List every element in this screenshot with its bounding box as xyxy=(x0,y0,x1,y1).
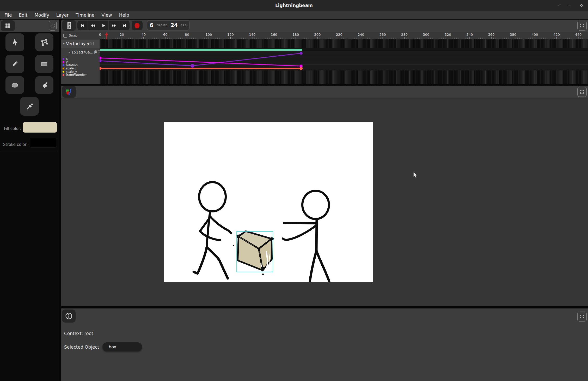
menu-item-file[interactable]: File xyxy=(3,12,13,18)
keyframe-dot-y[interactable] xyxy=(100,57,102,59)
canvas-area[interactable] xyxy=(61,98,588,306)
collapse-arrow-icon[interactable]: ▾ xyxy=(63,42,65,45)
fill-color-label: Fill color: xyxy=(4,126,21,131)
minimize-button[interactable] xyxy=(556,3,561,8)
ruler-label: 240 xyxy=(358,33,364,37)
frame-counter[interactable]: 6 FRAME 24 FPS xyxy=(147,20,190,31)
inspector-expand-button[interactable] xyxy=(577,312,587,322)
selected-object-label: Selected Object xyxy=(64,344,99,350)
timeline-tracks[interactable] xyxy=(100,39,588,84)
clip-extent-bar[interactable] xyxy=(100,49,302,51)
property-row-scale_y[interactable]: scale_y xyxy=(61,70,100,73)
menu-item-edit[interactable]: Edit xyxy=(18,12,28,18)
divider xyxy=(1,151,57,151)
stage[interactable] xyxy=(164,122,373,282)
tool-pencil-button[interactable] xyxy=(5,55,24,73)
film-strip-icon xyxy=(66,22,72,29)
frame-unit-label: FRAME xyxy=(156,24,168,27)
keyframe-dot-frameNumber[interactable] xyxy=(299,67,303,70)
tool-select-button[interactable] xyxy=(5,33,24,51)
keyframe-dot-x[interactable] xyxy=(100,59,102,62)
clip-track[interactable] xyxy=(100,48,588,51)
close-icon xyxy=(580,3,583,8)
keyframe-display-button[interactable]: ■ xyxy=(94,50,97,54)
grid-icon xyxy=(5,23,10,28)
tools-expand-button[interactable] xyxy=(49,21,57,31)
object-row[interactable]: ▾ 151ad70a... ■ ~ xyxy=(61,48,100,56)
menubar: FileEditModifyLayerTimelineViewHelp xyxy=(0,11,588,19)
ruler-label: 100 xyxy=(206,33,212,37)
stick-figure-left[interactable] xyxy=(194,182,231,278)
skip-to-end-button[interactable] xyxy=(119,21,130,30)
tools-panel: Fill color: Stroke color: xyxy=(0,32,59,381)
canvas-expand-button[interactable] xyxy=(577,87,587,97)
keyframe-curves[interactable] xyxy=(100,51,588,70)
ruler-label: 260 xyxy=(379,33,386,37)
property-row-rotation[interactable]: rotation xyxy=(61,64,100,67)
ruler-label: 80 xyxy=(185,33,189,37)
ruler-label: 400 xyxy=(532,33,538,37)
skip-to-end-icon xyxy=(122,23,127,28)
panel-grid-button[interactable] xyxy=(1,20,15,31)
stick-figure-right[interactable] xyxy=(283,191,329,281)
tool-paint-bucket-button[interactable] xyxy=(35,76,53,94)
play-icon xyxy=(101,23,106,28)
play-button[interactable] xyxy=(98,21,109,30)
selected-object-value: box xyxy=(109,344,116,349)
property-row-frameNumber[interactable]: frameNumber xyxy=(61,73,100,76)
collapse-arrow-icon[interactable]: ▾ xyxy=(69,51,70,54)
box-object[interactable] xyxy=(233,231,274,275)
layer-frames-band[interactable] xyxy=(100,39,588,48)
property-list: xyrotationscale_xscale_yframeNumber xyxy=(61,57,100,76)
layer-shortcut-hint: [L] xyxy=(90,42,94,46)
selected-object-field[interactable]: box xyxy=(102,342,142,351)
keyframe-dot-x[interactable] xyxy=(300,52,303,55)
frames-band[interactable] xyxy=(100,70,588,84)
close-button[interactable] xyxy=(579,3,584,8)
maximize-button[interactable] xyxy=(567,3,573,8)
record-button[interactable] xyxy=(132,21,143,30)
menu-item-view[interactable]: View xyxy=(100,12,113,18)
menu-item-help[interactable]: Help xyxy=(118,12,130,18)
scene-button[interactable] xyxy=(62,86,76,98)
ruler-label: 0 xyxy=(99,33,101,37)
ruler-label: 160 xyxy=(271,33,277,37)
fps-unit-label: FPS xyxy=(181,24,187,27)
playhead[interactable] xyxy=(105,32,108,39)
ruler-label: 300 xyxy=(423,33,430,37)
stroke-color-swatch[interactable] xyxy=(29,138,57,148)
tool-ellipse-button[interactable] xyxy=(5,76,24,94)
stroke-color-label: Stroke color: xyxy=(3,142,28,147)
layer-panel: ▾ VectorLayer [L] ▾ 151ad70a... ■ ~ xyro… xyxy=(61,39,100,84)
menu-item-layer[interactable]: Layer xyxy=(55,12,70,18)
transport-controls xyxy=(77,21,130,30)
menu-item-timeline[interactable]: Timeline xyxy=(75,12,95,18)
timeline-expand-button[interactable] xyxy=(577,21,587,31)
property-row-y[interactable]: y xyxy=(61,60,100,63)
keyframe-dot-x[interactable] xyxy=(191,64,194,68)
property-row-scale_x[interactable]: scale_x xyxy=(61,67,100,70)
keyframe-graph[interactable] xyxy=(100,51,588,70)
ruler-label: 440 xyxy=(575,33,581,37)
pencil-icon xyxy=(10,59,19,68)
info-button[interactable] xyxy=(62,309,76,323)
fast-forward-button[interactable] xyxy=(109,21,119,30)
tool-rectangle-button[interactable] xyxy=(35,55,53,73)
stage-artwork xyxy=(164,122,373,282)
tool-transform-button[interactable] xyxy=(35,33,53,51)
layer-row-vectorlayer[interactable]: ▾ VectorLayer [L] xyxy=(61,40,100,48)
film-strip-button[interactable] xyxy=(62,20,76,31)
layer-name: VectorLayer xyxy=(66,41,90,46)
rewind-button[interactable] xyxy=(88,21,98,30)
fill-color-swatch[interactable] xyxy=(23,122,57,133)
context-label: Context: root xyxy=(64,331,93,336)
app-window: Lightningbeam FileEditModifyLayerTimelin… xyxy=(0,0,588,381)
skip-to-start-button[interactable] xyxy=(77,21,88,30)
menu-item-modify[interactable]: Modify xyxy=(33,12,50,18)
tool-eyedropper-button[interactable] xyxy=(20,97,39,116)
eyedropper-icon xyxy=(25,102,34,111)
ruler-label: 380 xyxy=(510,33,516,37)
timeline-ruler[interactable]: 0204060801001201401601802002202402602803… xyxy=(61,32,588,39)
keyframe-dot-frameNumber[interactable] xyxy=(100,67,102,70)
property-row-x[interactable]: x xyxy=(61,57,100,60)
